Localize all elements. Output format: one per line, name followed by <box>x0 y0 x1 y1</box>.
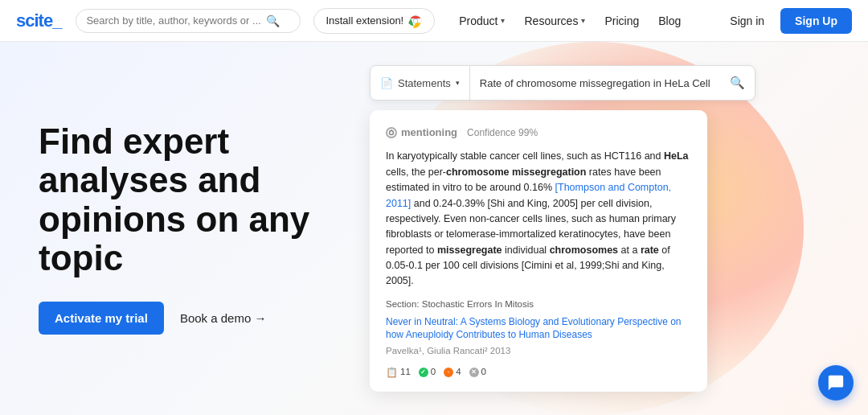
chrome-icon <box>408 14 423 28</box>
navbar: scite_ 🔍 Install extension! Product ▾ Re… <box>0 0 868 42</box>
search-bar[interactable]: 🔍 <box>76 9 301 33</box>
activate-trial-button[interactable]: Activate my trial <box>39 302 164 335</box>
install-extension-button[interactable]: Install extension! <box>313 8 435 34</box>
mentioning-badge: mentioning <box>386 125 457 141</box>
stat-item-orange: · 4 <box>444 365 461 380</box>
search-filter-dropdown[interactable]: 📄 Statements ▾ <box>371 66 470 100</box>
hero-right: 📄 Statements ▾ 🔍 mentioning Confidence 9… <box>354 42 868 415</box>
chat-bubble-button[interactable] <box>818 365 854 401</box>
confidence-label: Confidence 99% <box>467 125 538 141</box>
card-body: In karyotypically stable cancer cell lin… <box>386 149 691 289</box>
hero-title: Find expert analyses and opinions on any… <box>39 122 354 278</box>
sign-up-button[interactable]: Sign Up <box>780 8 852 34</box>
chevron-down-icon: ▾ <box>456 79 460 87</box>
card-stats: 📋 11 ✓ 0 · 4 ✕ 0 <box>386 365 691 380</box>
citation-link-1[interactable]: [Thompson and Compton, 2011] <box>386 182 671 208</box>
supporting-icon: ✓ <box>419 368 428 377</box>
article-link[interactable]: Never in Neutral: A Systems Biology and … <box>386 315 691 343</box>
book-demo-button[interactable]: Book a demo → <box>180 311 267 325</box>
nav-item-pricing[interactable]: Pricing <box>596 10 647 32</box>
nav-links: Product ▾ Resources ▾ Pricing Blog <box>451 10 722 32</box>
nav-item-resources[interactable]: Resources ▾ <box>516 10 593 32</box>
search-input[interactable] <box>86 14 263 27</box>
document-icon: 📄 <box>380 77 393 89</box>
chat-icon <box>827 374 845 392</box>
hero-buttons: Activate my trial Book a demo → <box>39 302 354 335</box>
stat-item-gray: ✕ 0 <box>469 365 486 380</box>
result-card: mentioning Confidence 99% In karyotypica… <box>370 110 707 391</box>
chevron-down-icon: ▾ <box>581 16 585 25</box>
nav-right: Sign in Sign Up <box>722 8 852 34</box>
logo[interactable]: scite_ <box>16 10 61 31</box>
card-authors: Pavelka¹, Giulia Rancati² 2013 <box>386 344 691 359</box>
nav-item-product[interactable]: Product ▾ <box>451 10 513 32</box>
mentioning-count-icon: · <box>444 368 453 377</box>
nav-item-blog[interactable]: Blog <box>650 10 689 32</box>
chevron-down-icon: ▾ <box>501 16 505 25</box>
stat-item-green: ✓ 0 <box>419 365 436 380</box>
ext-label: Install extension! <box>326 14 403 27</box>
card-header: mentioning Confidence 99% <box>386 125 691 141</box>
search-icon[interactable]: 🔍 <box>720 76 755 90</box>
sign-in-button[interactable]: Sign in <box>722 10 772 32</box>
hero-left: Find expert analyses and opinions on any… <box>0 42 354 415</box>
contrasting-icon: ✕ <box>469 368 479 377</box>
document-count-icon: 📋 <box>386 365 398 380</box>
filter-label: Statements <box>398 77 451 89</box>
svg-point-1 <box>414 18 418 23</box>
content-search-bar[interactable]: 📄 Statements ▾ 🔍 <box>370 65 755 101</box>
search-icon: 🔍 <box>266 14 280 27</box>
hero-section: Find expert analyses and opinions on any… <box>0 42 868 415</box>
stat-item-docs: 📋 11 <box>386 365 411 380</box>
content-search-input[interactable] <box>470 77 720 89</box>
section-label: Section: Stochastic Errors In Mitosis <box>386 298 691 312</box>
mentioning-icon <box>386 127 397 138</box>
